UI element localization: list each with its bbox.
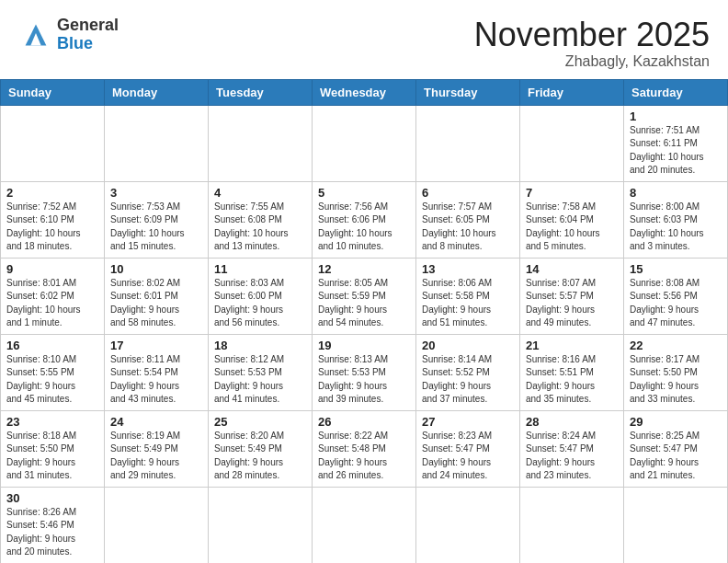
calendar-cell: 2Sunrise: 7:52 AMSunset: 6:10 PMDaylight… bbox=[1, 181, 105, 258]
calendar-cell bbox=[209, 487, 313, 563]
day-info: Sunrise: 8:18 AMSunset: 5:50 PMDaylight:… bbox=[6, 430, 98, 483]
weekday-header-saturday: Saturday bbox=[624, 79, 728, 105]
title-section: November 2025 Zhabagly, Kazakhstan bbox=[474, 17, 710, 70]
calendar-week-row: 2Sunrise: 7:52 AMSunset: 6:10 PMDaylight… bbox=[1, 181, 728, 258]
day-info: Sunrise: 8:08 AMSunset: 5:56 PMDaylight:… bbox=[630, 277, 722, 330]
day-number: 6 bbox=[422, 186, 514, 200]
header: General Blue November 2025 Zhabagly, Kaz… bbox=[0, 0, 728, 79]
day-info: Sunrise: 7:51 AMSunset: 6:11 PMDaylight:… bbox=[630, 124, 722, 178]
day-info: Sunrise: 8:26 AMSunset: 5:46 PMDaylight:… bbox=[6, 506, 98, 559]
logo-text: General Blue bbox=[57, 17, 119, 53]
day-number: 24 bbox=[110, 415, 202, 429]
calendar-cell: 17Sunrise: 8:11 AMSunset: 5:54 PMDayligh… bbox=[105, 334, 209, 410]
day-info: Sunrise: 8:06 AMSunset: 5:58 PMDaylight:… bbox=[422, 277, 514, 330]
logo: General Blue bbox=[18, 17, 119, 53]
calendar-cell: 24Sunrise: 8:19 AMSunset: 5:49 PMDayligh… bbox=[105, 410, 209, 487]
calendar-week-row: 23Sunrise: 8:18 AMSunset: 5:50 PMDayligh… bbox=[1, 410, 728, 487]
calendar-header-row: SundayMondayTuesdayWednesdayThursdayFrid… bbox=[1, 79, 728, 105]
day-info: Sunrise: 7:58 AMSunset: 6:04 PMDaylight:… bbox=[526, 201, 618, 254]
calendar-week-row: 30Sunrise: 8:26 AMSunset: 5:46 PMDayligh… bbox=[1, 487, 728, 563]
day-number: 16 bbox=[6, 339, 98, 352]
calendar-cell bbox=[313, 487, 416, 563]
weekday-header-monday: Monday bbox=[105, 79, 209, 105]
calendar-cell: 1Sunrise: 7:51 AMSunset: 6:11 PMDaylight… bbox=[624, 105, 728, 181]
day-info: Sunrise: 8:13 AMSunset: 5:53 PMDaylight:… bbox=[318, 353, 410, 407]
day-info: Sunrise: 8:02 AMSunset: 6:01 PMDaylight:… bbox=[110, 277, 202, 330]
calendar-cell: 13Sunrise: 8:06 AMSunset: 5:58 PMDayligh… bbox=[416, 258, 520, 334]
day-number: 9 bbox=[6, 262, 98, 276]
calendar-cell: 18Sunrise: 8:12 AMSunset: 5:53 PMDayligh… bbox=[209, 334, 313, 410]
day-info: Sunrise: 7:52 AMSunset: 6:10 PMDaylight:… bbox=[6, 201, 98, 254]
day-number: 3 bbox=[110, 186, 202, 200]
calendar-cell: 4Sunrise: 7:55 AMSunset: 6:08 PMDaylight… bbox=[209, 181, 313, 258]
day-number: 22 bbox=[630, 339, 722, 352]
day-info: Sunrise: 8:16 AMSunset: 5:51 PMDaylight:… bbox=[526, 353, 618, 407]
day-number: 11 bbox=[214, 262, 306, 276]
calendar-cell: 21Sunrise: 8:16 AMSunset: 5:51 PMDayligh… bbox=[520, 334, 624, 410]
calendar-cell: 22Sunrise: 8:17 AMSunset: 5:50 PMDayligh… bbox=[624, 334, 728, 410]
day-number: 14 bbox=[526, 262, 618, 276]
day-info: Sunrise: 8:12 AMSunset: 5:53 PMDaylight:… bbox=[214, 353, 306, 407]
calendar-cell: 19Sunrise: 8:13 AMSunset: 5:53 PMDayligh… bbox=[313, 334, 416, 410]
day-number: 4 bbox=[214, 186, 306, 200]
day-number: 23 bbox=[6, 415, 98, 429]
calendar-body: 1Sunrise: 7:51 AMSunset: 6:11 PMDaylight… bbox=[1, 105, 728, 563]
day-number: 5 bbox=[318, 186, 410, 200]
day-info: Sunrise: 8:19 AMSunset: 5:49 PMDaylight:… bbox=[110, 430, 202, 483]
day-info: Sunrise: 7:53 AMSunset: 6:09 PMDaylight:… bbox=[110, 201, 202, 254]
calendar-cell: 5Sunrise: 7:56 AMSunset: 6:06 PMDaylight… bbox=[313, 181, 416, 258]
day-info: Sunrise: 8:05 AMSunset: 5:59 PMDaylight:… bbox=[318, 277, 410, 330]
day-info: Sunrise: 8:07 AMSunset: 5:57 PMDaylight:… bbox=[526, 277, 618, 330]
calendar-cell: 14Sunrise: 8:07 AMSunset: 5:57 PMDayligh… bbox=[520, 258, 624, 334]
calendar-cell: 9Sunrise: 8:01 AMSunset: 6:02 PMDaylight… bbox=[1, 258, 105, 334]
calendar-cell: 26Sunrise: 8:22 AMSunset: 5:48 PMDayligh… bbox=[313, 410, 416, 487]
calendar-cell bbox=[624, 487, 728, 563]
calendar-cell: 20Sunrise: 8:14 AMSunset: 5:52 PMDayligh… bbox=[416, 334, 520, 410]
day-number: 19 bbox=[318, 339, 410, 352]
calendar-cell: 11Sunrise: 8:03 AMSunset: 6:00 PMDayligh… bbox=[209, 258, 313, 334]
weekday-header-sunday: Sunday bbox=[1, 79, 105, 105]
logo-general-label: General bbox=[57, 17, 119, 35]
calendar-cell: 16Sunrise: 8:10 AMSunset: 5:55 PMDayligh… bbox=[1, 334, 105, 410]
day-number: 13 bbox=[422, 262, 514, 276]
calendar-cell: 12Sunrise: 8:05 AMSunset: 5:59 PMDayligh… bbox=[313, 258, 416, 334]
weekday-header-tuesday: Tuesday bbox=[209, 79, 313, 105]
day-info: Sunrise: 8:10 AMSunset: 5:55 PMDaylight:… bbox=[6, 353, 98, 407]
day-number: 29 bbox=[630, 415, 722, 429]
day-info: Sunrise: 8:14 AMSunset: 5:52 PMDaylight:… bbox=[422, 353, 514, 407]
weekday-header-thursday: Thursday bbox=[416, 79, 520, 105]
calendar-week-row: 16Sunrise: 8:10 AMSunset: 5:55 PMDayligh… bbox=[1, 334, 728, 410]
day-info: Sunrise: 8:03 AMSunset: 6:00 PMDaylight:… bbox=[214, 277, 306, 330]
day-info: Sunrise: 7:56 AMSunset: 6:06 PMDaylight:… bbox=[318, 201, 410, 254]
calendar-cell bbox=[209, 105, 313, 181]
month-year-title: November 2025 bbox=[474, 17, 710, 53]
day-number: 17 bbox=[110, 339, 202, 352]
calendar-cell bbox=[1, 105, 105, 181]
calendar-cell bbox=[416, 105, 520, 181]
calendar-cell bbox=[105, 105, 209, 181]
day-number: 15 bbox=[630, 262, 722, 276]
day-info: Sunrise: 8:24 AMSunset: 5:47 PMDaylight:… bbox=[526, 430, 618, 483]
day-number: 2 bbox=[6, 186, 98, 200]
calendar-cell: 23Sunrise: 8:18 AMSunset: 5:50 PMDayligh… bbox=[1, 410, 105, 487]
calendar-cell: 25Sunrise: 8:20 AMSunset: 5:49 PMDayligh… bbox=[209, 410, 313, 487]
calendar-cell bbox=[105, 487, 209, 563]
day-number: 30 bbox=[6, 491, 98, 505]
day-info: Sunrise: 8:22 AMSunset: 5:48 PMDaylight:… bbox=[318, 430, 410, 483]
day-info: Sunrise: 8:23 AMSunset: 5:47 PMDaylight:… bbox=[422, 430, 514, 483]
calendar-cell: 3Sunrise: 7:53 AMSunset: 6:09 PMDaylight… bbox=[105, 181, 209, 258]
day-number: 26 bbox=[318, 415, 410, 429]
day-number: 12 bbox=[318, 262, 410, 276]
day-info: Sunrise: 8:00 AMSunset: 6:03 PMDaylight:… bbox=[630, 201, 722, 254]
calendar-table: SundayMondayTuesdayWednesdayThursdayFrid… bbox=[0, 79, 728, 563]
calendar-cell bbox=[520, 487, 624, 563]
day-number: 21 bbox=[526, 339, 618, 352]
calendar-cell: 27Sunrise: 8:23 AMSunset: 5:47 PMDayligh… bbox=[416, 410, 520, 487]
calendar-week-row: 1Sunrise: 7:51 AMSunset: 6:11 PMDaylight… bbox=[1, 105, 728, 181]
day-info: Sunrise: 7:55 AMSunset: 6:08 PMDaylight:… bbox=[214, 201, 306, 254]
day-number: 25 bbox=[214, 415, 306, 429]
calendar-week-row: 9Sunrise: 8:01 AMSunset: 6:02 PMDaylight… bbox=[1, 258, 728, 334]
day-number: 28 bbox=[526, 415, 618, 429]
calendar-cell bbox=[520, 105, 624, 181]
day-number: 1 bbox=[630, 109, 722, 123]
